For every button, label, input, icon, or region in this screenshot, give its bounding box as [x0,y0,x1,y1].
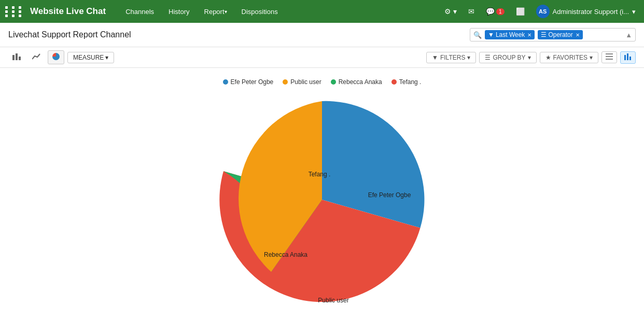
filter-tag-operator[interactable]: ☰ Operator ✕ [538,30,582,39]
legend-dot-tefang [391,79,397,85]
legend-item-public: Public user [283,78,321,86]
favorites-icon: ★ [545,54,551,61]
filters-btn[interactable]: ▼ FILTERS ▾ [426,52,476,63]
email-icon-btn[interactable]: ✉ [465,5,478,18]
legend-item-rebecca: Rebecca Anaka [331,78,382,86]
groupby-btn[interactable]: ☰ GROUP BY ▾ [479,52,536,63]
bar-chart-btn[interactable] [8,51,25,64]
user-avatar: AS [536,5,550,18]
page-title: Livechat Support Report Channel [8,30,464,39]
nav-channels[interactable]: Channels [118,0,161,23]
measure-label: MEASURE [73,54,104,61]
nav-dispositions[interactable]: Dispositions [234,0,285,23]
search-bar: 🔍 ▼ Last Week ✕ ☰ Operator ✕ ▲ [470,28,636,42]
filter-tag-label: Last Week [496,31,525,38]
pie-chart: Efe Peter Ogbe Tefang . Rebecca Anaka Pu… [218,96,426,303]
legend-label-tefang: Tefang . [399,78,422,86]
legend-dot-public [283,79,288,85]
legend-label-efe: Efe Peter Ogbe [231,78,274,86]
label-tefang: Tefang . [309,171,331,178]
legend-label-rebecca: Rebecca Anaka [339,78,382,86]
legend-item-tefang: Tefang . [391,78,422,86]
filter-icon: ▼ [488,31,494,38]
filter-tag-operator-close[interactable]: ✕ [576,32,580,38]
svg-rect-5 [606,59,613,60]
pie-chart-btn[interactable] [48,50,64,64]
svg-rect-7 [627,53,628,60]
top-nav-right: ⚙ ▾ ✉ 💬 1 ⬜ AS Administrator Support (i.… [441,3,639,20]
chart-area: Efe Peter Ogbe Public user Rebecca Anaka… [0,68,644,314]
subheader: Livechat Support Report Channel 🔍 ▼ Last… [0,23,644,47]
toolbar-right: ▼ FILTERS ▾ ☰ GROUP BY ▾ ★ FAVORITES ▾ [426,51,636,64]
user-name: Administrator Support (i... [553,8,629,16]
chat-icon-btn[interactable]: 💬 1 [483,5,508,18]
chart-legend: Efe Peter Ogbe Public user Rebecca Anaka… [223,78,422,86]
legend-dot-rebecca [331,79,336,85]
pie-chart-svg: Efe Peter Ogbe Tefang . Rebecca Anaka Pu… [218,96,426,303]
label-efe: Efe Peter Ogbe [368,191,411,199]
chat-badge: 1 [496,8,505,15]
toolbar: MEASURE ▾ ▼ FILTERS ▾ ☰ GROUP BY ▾ ★ FAV… [0,47,644,68]
top-navigation: Website Live Chat Channels History Repor… [0,0,644,23]
filter-funnel-icon: ▼ [432,54,438,61]
filter-tag-list-icon: ☰ [541,31,547,38]
app-brand: Website Live Chat [30,6,106,17]
chart-view-btn[interactable] [620,51,636,64]
svg-rect-2 [19,57,21,60]
favorites-btn[interactable]: ★ FAVORITES ▾ [540,52,598,63]
user-dropdown-icon: ▾ [632,8,636,16]
measure-arrow: ▾ [105,54,108,61]
svg-rect-6 [624,55,626,60]
svg-rect-1 [16,53,18,60]
groupby-arrow: ▾ [528,54,531,61]
label-rebecca: Rebecca Anaka [264,251,307,258]
favorites-arrow: ▾ [590,54,593,61]
filter-tag-operator-label: Operator [548,31,572,38]
nav-history[interactable]: History [161,0,197,23]
filter-tag-close[interactable]: ✕ [527,32,531,38]
legend-item-efe: Efe Peter Ogbe [223,78,274,86]
search-dropdown-icon[interactable]: ▲ [625,31,632,39]
top-nav-menu: Channels History Report Dispositions [118,0,441,23]
list-view-btn[interactable] [601,51,617,63]
legend-label-public: Public user [290,78,321,86]
filter-tag-lastweek[interactable]: ▼ Last Week ✕ [485,30,535,39]
legend-dot-efe [223,79,228,85]
discuss-icon-btn[interactable]: ⬜ [513,5,528,18]
svg-rect-0 [12,55,15,60]
svg-rect-3 [606,53,613,54]
search-icon: 🔍 [473,31,482,39]
user-menu-btn[interactable]: AS Administrator Support (i... ▾ [533,3,639,20]
groupby-icon: ☰ [485,54,491,61]
toolbar-left: MEASURE ▾ [8,50,424,64]
label-public: Public user [318,297,348,303]
nav-report[interactable]: Report [197,0,234,23]
app-grid-icon[interactable] [5,6,24,17]
measure-btn[interactable]: MEASURE ▾ [67,52,114,63]
svg-rect-4 [606,56,613,57]
filters-arrow: ▾ [467,54,470,61]
settings-icon-btn[interactable]: ⚙ ▾ [441,5,460,18]
svg-rect-8 [629,57,631,60]
line-chart-btn[interactable] [28,51,45,64]
